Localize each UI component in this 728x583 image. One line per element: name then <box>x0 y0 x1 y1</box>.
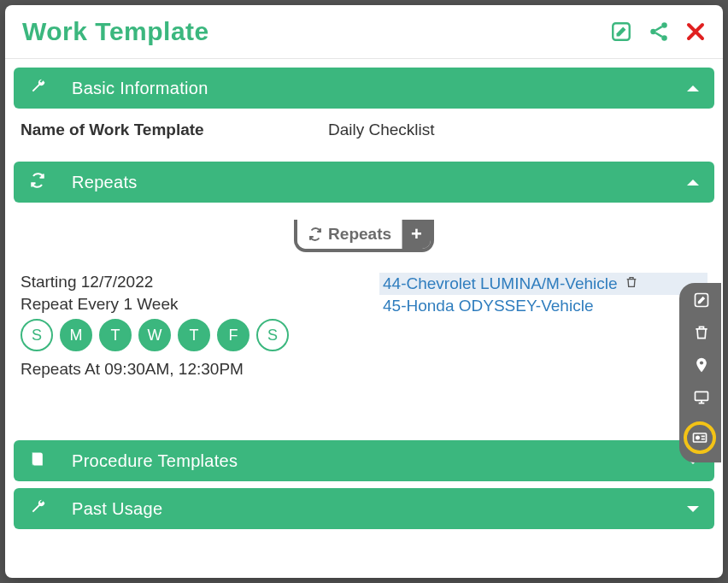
edit-icon <box>610 21 632 43</box>
name-row: Name of Work Template Daily Checklist <box>21 119 707 146</box>
wrench-icon <box>29 78 46 98</box>
edit-button[interactable] <box>610 21 632 43</box>
section-basic-head[interactable]: Basic Information <box>14 68 714 109</box>
side-id-button[interactable] <box>684 421 716 454</box>
svg-point-1 <box>661 22 667 28</box>
side-delete-button[interactable] <box>693 324 710 344</box>
day-toggle[interactable]: S <box>21 319 53 351</box>
section-procedure-templates: Procedure Templates <box>14 440 714 481</box>
vehicle-delete-button[interactable] <box>625 275 638 292</box>
section-basic-content: Name of Work Template Daily Checklist <box>14 109 714 155</box>
day-toggle[interactable]: W <box>138 319 171 351</box>
section-basic-information: Basic Information Name of Work Template … <box>14 68 714 155</box>
wrench-icon <box>29 498 46 519</box>
repeats-add-label: Repeats <box>328 225 391 244</box>
section-past-title: Past Usage <box>72 499 661 519</box>
side-display-button[interactable] <box>693 389 710 409</box>
svg-point-8 <box>696 436 699 439</box>
schedule-row: Starting 12/7/2022 Repeat Every 1 Week S… <box>21 273 707 382</box>
starting-text: Starting 12/7/2022 <box>21 273 354 292</box>
section-repeats-content: Repeats + Starting 12/7/2022 Repeat Ever… <box>14 203 714 433</box>
work-template-modal: Work Template Basic Information <box>5 5 723 578</box>
chevron-up-icon <box>687 180 699 186</box>
id-card-icon <box>691 429 708 446</box>
modal-header: Work Template <box>5 5 723 59</box>
section-past-usage: Past Usage <box>14 488 714 529</box>
day-toggle[interactable]: S <box>256 319 289 351</box>
section-basic-title: Basic Information <box>72 79 661 98</box>
section-procedures-head[interactable]: Procedure Templates <box>14 440 714 481</box>
close-button[interactable] <box>685 21 706 42</box>
section-past-head[interactable]: Past Usage <box>14 488 714 529</box>
repeats-add-label-part: Repeats <box>297 220 402 249</box>
trash-icon <box>625 275 638 289</box>
repeat-every-text: Repeat Every 1 Week <box>21 295 354 314</box>
side-toolbar <box>679 283 721 462</box>
section-repeats-title: Repeats <box>72 173 661 192</box>
modal-body: Basic Information Name of Work Template … <box>5 59 723 578</box>
day-toggle[interactable]: F <box>217 319 250 351</box>
section-repeats-head[interactable]: Repeats <box>14 162 714 203</box>
share-icon <box>648 21 670 43</box>
day-toggle[interactable]: T <box>178 319 210 351</box>
book-icon <box>29 450 46 471</box>
name-value: Daily Checklist <box>328 121 435 139</box>
schedule-left: Starting 12/7/2022 Repeat Every 1 Week S… <box>21 273 354 382</box>
modal-title: Work Template <box>22 17 610 46</box>
vehicle-item: 45-Honda ODYSSEY-Vehicle <box>379 295 707 317</box>
svg-point-3 <box>661 35 667 41</box>
repeats-add-wrap: Repeats + <box>21 220 707 252</box>
section-procedures-title: Procedure Templates <box>72 451 661 471</box>
trash-icon <box>693 324 710 341</box>
refresh-icon <box>308 227 323 242</box>
vehicle-link[interactable]: 45-Honda ODYSSEY-Vehicle <box>383 297 593 315</box>
header-actions <box>610 21 706 43</box>
day-selector: SMTWTFS <box>21 319 354 351</box>
day-toggle[interactable]: T <box>99 319 132 351</box>
svg-rect-6 <box>695 392 707 400</box>
pin-icon <box>693 356 710 374</box>
vehicle-link[interactable]: 44-Chevrolet LUMINA/M-Vehicle <box>383 274 618 293</box>
schedule-right: 44-Chevrolet LUMINA/M-Vehicle45-Honda OD… <box>379 273 707 382</box>
side-location-button[interactable] <box>693 356 710 377</box>
svg-point-5 <box>699 361 702 364</box>
close-icon <box>685 21 706 42</box>
section-repeats: Repeats Repeats + Starting 12/7/2022 <box>14 162 714 433</box>
svg-point-2 <box>650 29 656 35</box>
plus-icon: + <box>402 220 431 249</box>
vehicle-item: 44-Chevrolet LUMINA/M-Vehicle <box>379 273 707 295</box>
repeats-add-button[interactable]: Repeats + <box>294 220 434 252</box>
refresh-icon <box>29 172 46 192</box>
monitor-icon <box>693 389 710 406</box>
share-button[interactable] <box>648 21 670 43</box>
name-label: Name of Work Template <box>21 121 328 139</box>
chevron-down-icon <box>687 506 699 512</box>
side-edit-button[interactable] <box>693 292 710 312</box>
repeats-at-text: Repeats At 09:30AM, 12:30PM <box>21 360 354 379</box>
day-toggle[interactable]: M <box>60 319 92 351</box>
edit-icon <box>693 292 710 309</box>
chevron-up-icon <box>687 85 699 91</box>
